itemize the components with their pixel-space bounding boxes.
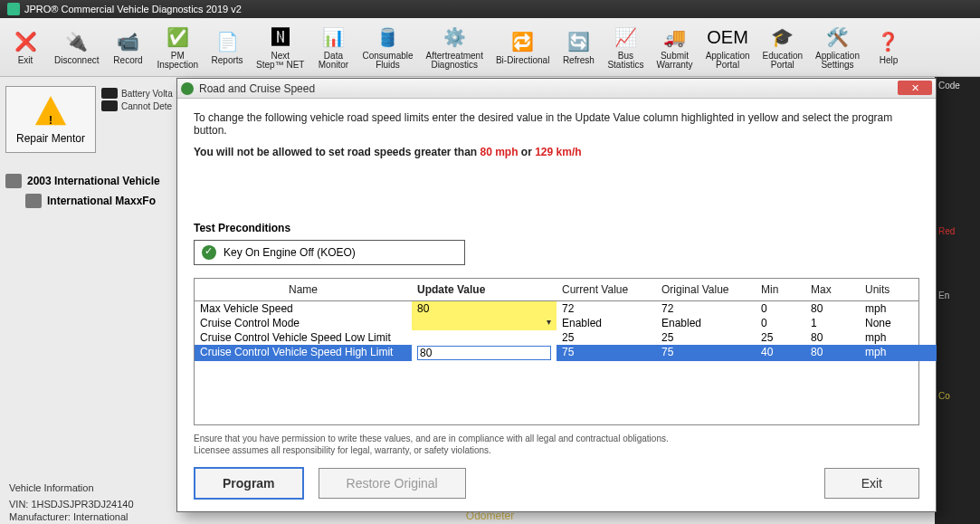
refresh-icon: 🔄 <box>566 29 591 54</box>
toolbar-submit-warranty[interactable]: 🚚SubmitWarranty <box>652 22 696 72</box>
dialog-title-bar: Road and Cruise Speed ✕ <box>177 79 936 99</box>
toolbar-next-step-net[interactable]: 🅽NextStep™ NET <box>252 22 308 72</box>
education-portal-icon: 🎓 <box>770 24 795 50</box>
repair-mentor-label: Repair Mentor <box>16 132 85 145</box>
left-panel: Repair Mentor Battery Volta Cannot Dete … <box>5 86 176 211</box>
vehicle-info-title: Vehicle Information <box>9 482 134 493</box>
app-title: JPRO® Commercial Vehicle Diagnostics 201… <box>24 4 242 14</box>
battery-voltage-flag[interactable]: Battery Volta <box>101 88 173 99</box>
toolbar-education-portal[interactable]: 🎓EducationPortal <box>759 22 806 72</box>
disconnect-icon: 🔌 <box>64 29 90 54</box>
flag-icon <box>101 88 118 99</box>
cell-max: 80 <box>805 345 860 361</box>
toolbar-aftertreatment-diagnostics[interactable]: ⚙️AftertreatmentDiagnostics <box>423 22 487 72</box>
cell-name: Cruise Control Vehicle Speed High Limit <box>195 345 412 361</box>
cell-units: mph <box>860 301 937 316</box>
cell-max: 80 <box>805 301 860 316</box>
cell-name: Max Vehicle Speed <box>195 301 412 316</box>
pm-inspection-icon: ✅ <box>165 24 190 50</box>
engine-icon <box>25 194 42 208</box>
cell-current: Enabled <box>557 316 656 330</box>
dialog-title: Road and Cruise Speed <box>199 82 315 95</box>
en-label: En <box>938 291 976 300</box>
preconditions-box: Key On Engine Off (KOEO) <box>194 240 465 265</box>
col-units: Units <box>860 279 937 300</box>
cell-min: 0 <box>756 301 805 316</box>
consumable-fluids-icon: 🛢️ <box>376 24 401 50</box>
reports-icon: 📄 <box>214 29 240 54</box>
cell-min: 25 <box>756 330 805 345</box>
toolbar-bi-directional[interactable]: 🔁Bi-Directional <box>492 22 553 72</box>
toolbar-refresh[interactable]: 🔄Refresh <box>558 22 598 72</box>
bus-statistics-icon: 📈 <box>613 24 638 50</box>
footnote: Ensure that you have permission to write… <box>194 433 919 456</box>
update-value-input[interactable] <box>417 346 551 360</box>
toolbar-data-monitor[interactable]: 📊DataMonitor <box>313 22 353 72</box>
table-row[interactable]: Cruise Control Vehicle Speed High Limit7… <box>195 345 918 361</box>
cell-update[interactable] <box>412 345 557 361</box>
cell-original: 25 <box>656 330 756 345</box>
preconditions-label: Test Preconditions <box>194 222 919 234</box>
mfr-value: International <box>73 511 128 522</box>
toolbar-application-settings[interactable]: 🛠️ApplicationSettings <box>812 22 863 72</box>
exit-icon: ❌ <box>13 29 38 54</box>
toolbar-application-portal[interactable]: OEMApplicationPortal <box>702 22 754 72</box>
main-toolbar: ❌Exit🔌Disconnect📹Record✅PMInspection📄Rep… <box>0 18 980 77</box>
speed-table: Name Update Value Current Value Original… <box>194 278 919 425</box>
dialog-icon <box>181 82 194 95</box>
dialog-body: To change the following vehicle road spe… <box>177 99 936 510</box>
close-button[interactable]: ✕ <box>898 81 932 95</box>
main-title-bar: JPRO® Commercial Vehicle Diagnostics 201… <box>0 0 980 18</box>
col-name: Name <box>195 279 412 300</box>
submit-warranty-icon: 🚚 <box>662 24 688 50</box>
table-header: Name Update Value Current Value Original… <box>195 279 918 301</box>
check-icon <box>202 245 216 260</box>
cell-update[interactable] <box>412 330 557 345</box>
app-icon <box>7 3 20 15</box>
co-label: Co <box>938 391 976 401</box>
toolbar-bus-statistics[interactable]: 📈BusStatistics <box>604 22 647 72</box>
program-button[interactable]: Program <box>194 467 304 500</box>
table-row[interactable]: Cruise Control Vehicle Speed Low Limit25… <box>195 330 918 345</box>
toolbar-consumable-fluids[interactable]: 🛢️ConsumableFluids <box>358 22 416 72</box>
toolbar-record[interactable]: 📹Record <box>108 22 147 72</box>
tree-vehicle[interactable]: 2003 International Vehicle <box>5 171 176 191</box>
aftertreatment-diagnostics-icon: ⚙️ <box>442 24 467 50</box>
col-current: Current Value <box>557 279 656 300</box>
vin-value: 1HSDJSJPR3DJ24140 <box>31 499 133 510</box>
col-original: Original Value <box>656 279 756 300</box>
dialog-instruction: To change the following vehicle road spe… <box>194 111 919 137</box>
cell-update[interactable]: 80 <box>412 301 557 316</box>
repair-mentor-box[interactable]: Repair Mentor <box>5 86 96 153</box>
warning-icon <box>33 94 68 129</box>
vin-label: VIN: <box>9 499 28 510</box>
cell-original: 72 <box>656 301 756 316</box>
col-min: Min <box>756 279 805 300</box>
cell-units: mph <box>860 330 937 345</box>
tree-engine[interactable]: International MaxxFo <box>25 191 176 211</box>
red-label: Red <box>938 226 976 236</box>
cell-current: 25 <box>557 330 656 345</box>
toolbar-disconnect[interactable]: 🔌Disconnect <box>51 22 102 72</box>
cell-units: mph <box>860 345 937 361</box>
toolbar-pm-inspection[interactable]: ✅PMInspection <box>153 22 202 72</box>
toolbar-reports[interactable]: 📄Reports <box>207 22 247 72</box>
cell-original: Enabled <box>656 316 756 330</box>
cell-current: 72 <box>557 301 656 316</box>
cannot-detect-flag[interactable]: Cannot Dete <box>101 100 173 111</box>
col-max: Max <box>805 279 860 300</box>
toolbar-help[interactable]: ❓Help <box>869 22 909 72</box>
application-portal-icon: OEM <box>715 24 740 50</box>
mfr-label: Manufacturer: <box>9 511 71 522</box>
table-row[interactable]: Cruise Control ModeEnabledEnabled01None <box>195 316 918 330</box>
toolbar-exit[interactable]: ❌Exit <box>5 22 45 72</box>
bi-directional-icon: 🔁 <box>510 29 536 54</box>
cell-update[interactable] <box>412 316 557 330</box>
exit-button[interactable]: Exit <box>824 468 919 499</box>
col-update: Update Value <box>412 279 557 300</box>
vehicle-info-panel: Vehicle Information VIN: 1HSDJSJPR3DJ241… <box>9 481 134 524</box>
table-row[interactable]: Max Vehicle Speed807272080mph <box>195 301 918 316</box>
code-label: Code <box>938 81 976 91</box>
restore-original-button[interactable]: Restore Original <box>319 468 466 499</box>
flag-icon <box>101 100 118 111</box>
